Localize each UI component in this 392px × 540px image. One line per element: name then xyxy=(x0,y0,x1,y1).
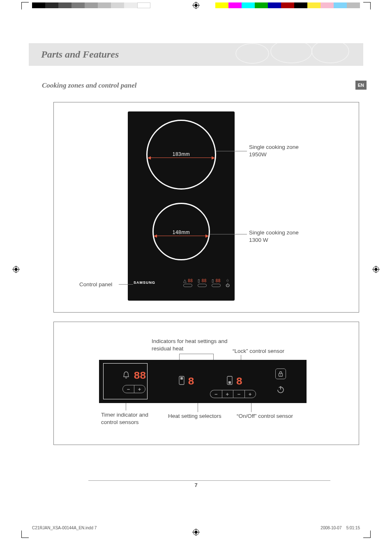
leader-line xyxy=(179,354,213,354)
svg-rect-16 xyxy=(180,377,183,380)
crop-mark-icon xyxy=(363,531,371,538)
page-number: 7 xyxy=(194,482,197,488)
callout-zone2-line2: 1300 W xyxy=(249,237,268,243)
power-button[interactable] xyxy=(275,384,286,395)
decorative-outline-icon xyxy=(228,43,351,64)
footer-date: 2008-10-07 xyxy=(321,526,341,530)
plus-icon: + xyxy=(222,391,233,397)
footer-file: C21RJAN_XSA-00144A_EN.indd 7 xyxy=(32,526,97,530)
timer-minus-plus-selector[interactable]: −+ xyxy=(122,385,145,393)
grayscale-bar xyxy=(32,2,150,8)
plus-icon: + xyxy=(134,386,145,392)
crop-mark-icon xyxy=(21,531,29,538)
mini-timer-group: △88 xyxy=(183,278,193,287)
zone-icon: ▯ xyxy=(212,278,214,283)
figure-cooking-zones: 183mm 148mm SAMSUNG △88 ▯88 ▯88 ⌂ xyxy=(53,102,359,313)
heat-group-2: 8 xyxy=(227,375,242,388)
cooktop-illustration: 183mm 148mm SAMSUNG △88 ▯88 ▯88 ⌂ xyxy=(128,111,235,301)
bell-icon: △ xyxy=(183,278,187,283)
crop-mark-icon xyxy=(21,2,29,9)
callout-indicators: Indicators for heat settings and residua… xyxy=(152,338,234,352)
footer-time: 5:01:15 xyxy=(346,526,360,530)
svg-rect-18 xyxy=(228,381,231,384)
mini-heat-group: ▯88 xyxy=(198,278,207,287)
dimension-arrow xyxy=(154,236,208,236)
heat-selector-left[interactable]: −+ xyxy=(210,390,233,398)
svg-point-14 xyxy=(312,43,349,63)
callout-control-panel: Control panel xyxy=(79,281,112,288)
callout-zone1: Single cooking zone 1950W xyxy=(249,144,319,158)
minus-icon: − xyxy=(210,391,222,397)
mini-heat-digits: 88 xyxy=(215,278,220,283)
leader-line xyxy=(126,403,126,410)
callout-lock: “Lock” control sensor xyxy=(233,348,284,355)
heat-selectors-group: −+ −+ xyxy=(210,390,256,398)
dimension-label-zone1: 183mm xyxy=(171,151,192,158)
callout-heat-selectors: Heat setting selectors xyxy=(168,413,221,420)
lock-power-group xyxy=(275,368,286,395)
control-panel-detail: 88 −+ 8 8 xyxy=(99,360,307,403)
leader-line xyxy=(216,151,247,151)
heat-group-1: 8 xyxy=(179,375,194,388)
page-content: Parts and Features Cooking zones and con… xyxy=(29,21,363,519)
callout-timer: Timer indicator and control sensors xyxy=(101,411,165,426)
print-marks-top xyxy=(0,0,392,12)
mini-selector xyxy=(183,284,192,287)
lock-button[interactable] xyxy=(275,368,286,379)
minus-icon: − xyxy=(233,391,244,397)
svg-point-13 xyxy=(271,43,312,63)
language-badge: EN xyxy=(355,81,367,90)
lock-icon: ⌂ xyxy=(226,278,229,282)
brand-label: SAMSUNG xyxy=(134,280,155,285)
mini-heat-group: ▯88 xyxy=(212,278,221,287)
registration-mark-icon xyxy=(372,266,380,275)
bell-icon xyxy=(122,371,130,381)
leader-line xyxy=(198,403,198,412)
crop-mark-icon xyxy=(363,2,371,9)
callout-zone1-line1: Single cooking zone xyxy=(249,144,299,150)
footer-rule xyxy=(88,480,330,481)
zone-indicator-icon xyxy=(227,376,233,387)
timer-group: 88 −+ xyxy=(122,370,145,393)
zone-indicator-icon xyxy=(179,376,184,387)
callout-zone1-line2: 1950W xyxy=(249,151,267,158)
dimension-label-zone2: 148mm xyxy=(171,229,192,236)
plus-icon: + xyxy=(244,391,256,397)
timer-display: 88 xyxy=(134,370,145,382)
leader-line xyxy=(210,234,247,234)
mini-control-panel: SAMSUNG △88 ▯88 ▯88 ⌂ ⏻ xyxy=(133,273,230,292)
mini-selector xyxy=(198,284,207,287)
lock-icon xyxy=(278,371,284,377)
heat-display-2: 8 xyxy=(236,375,242,388)
mini-timer-digits: 88 xyxy=(188,278,193,283)
mini-lock-power-group: ⌂ ⏻ xyxy=(226,278,230,287)
leader-line xyxy=(251,403,251,412)
print-footer: C21RJAN_XSA-00144A_EN.indd 7 2008-10-07 … xyxy=(32,526,360,530)
mini-selector xyxy=(212,284,221,287)
registration-mark-icon xyxy=(12,266,20,275)
power-icon: ⏻ xyxy=(226,283,230,287)
callout-zone2: Single cooking zone 1300 W xyxy=(249,229,319,244)
figure-control-panel-detail: Indicators for heat settings and residua… xyxy=(53,322,359,445)
registration-mark-icon xyxy=(192,2,200,11)
color-bar xyxy=(215,2,360,8)
svg-point-12 xyxy=(236,44,269,63)
power-icon xyxy=(276,385,285,394)
callout-onoff: “On/Off” control sensor xyxy=(237,413,293,420)
dimension-arrow xyxy=(148,158,214,158)
leader-line xyxy=(119,284,133,285)
minus-icon: − xyxy=(123,386,134,392)
callout-zone2-line1: Single cooking zone xyxy=(249,229,299,236)
svg-point-20 xyxy=(280,374,281,375)
subsection-title: Cooking zones and control panel xyxy=(42,81,363,90)
mini-heat-digits: 88 xyxy=(201,278,206,283)
heat-display-1: 8 xyxy=(188,375,194,388)
section-header: Parts and Features xyxy=(29,43,363,66)
zone-icon: ▯ xyxy=(198,278,200,283)
heat-selector-right[interactable]: −+ xyxy=(233,390,256,398)
